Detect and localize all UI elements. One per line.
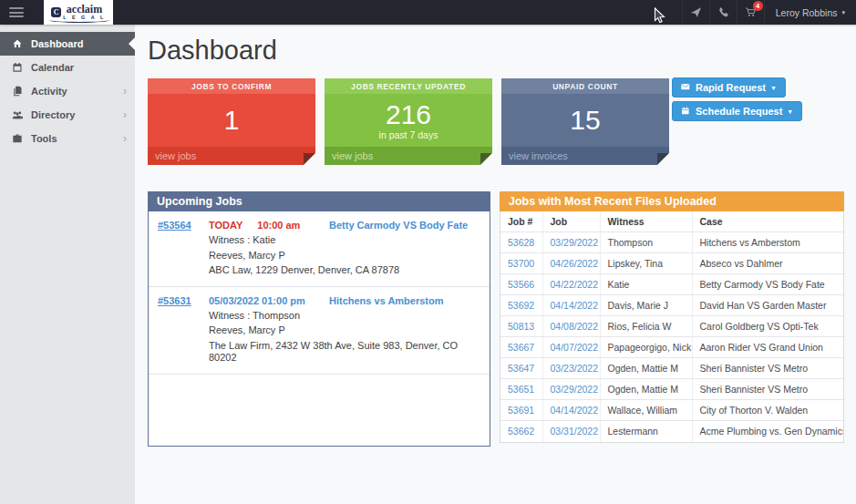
main-content: Dashboard JOBS TO CONFIRM1view jobsJOBS … <box>135 25 856 504</box>
case-cell: Carol Goldberg VS Opti-Tek <box>692 316 843 337</box>
cart-badge: 4 <box>753 1 763 11</box>
case-cell: Betty Carmody VS Body Fate <box>692 274 843 295</box>
job-date-link[interactable]: 04/14/2022 <box>542 400 600 421</box>
job-address: The Law Firm, 2432 W 38th Ave, Suite 983… <box>209 340 480 365</box>
job-number-link[interactable]: 53628 <box>500 232 542 253</box>
schedule-request-button[interactable]: Schedule Request▼ <box>672 101 802 121</box>
sidebar-item-label: Tools <box>31 133 57 144</box>
page-title: Dashboard <box>148 36 277 66</box>
chevron-right-icon: › <box>123 108 127 121</box>
case-cell: Sheri Bannister VS Metro <box>692 358 843 379</box>
rapid-request-button[interactable]: Rapid Request▼ <box>672 77 786 98</box>
column-header: Job # <box>500 211 542 232</box>
table-row: 5356604/22/2022KatieBetty Carmody VS Bod… <box>500 274 843 295</box>
witness-cell: Rios, Felicia W <box>600 316 692 337</box>
stat-card-view-link[interactable]: view jobs <box>148 147 315 165</box>
recent-files-table: Job #JobWitnessCase 5362803/29/2022Thomp… <box>500 211 843 442</box>
hamburger-menu-icon[interactable] <box>9 7 24 17</box>
table-header-row: Job #JobWitnessCase <box>500 211 843 232</box>
job-number-link[interactable]: 53662 <box>500 421 542 442</box>
witness-cell: Lipskey, Tina <box>600 253 692 274</box>
table-row: 5369204/14/2022Davis, Marie JDavid Han V… <box>500 295 843 316</box>
directory-icon <box>12 109 23 120</box>
send-button[interactable] <box>682 0 709 25</box>
job-address: ABC Law, 1229 Denver, Denver, CA 87878 <box>209 264 480 277</box>
job-contact: Reeves, Marcy P <box>209 324 480 337</box>
job-date-link[interactable]: 04/26/2022 <box>542 253 600 274</box>
witness-cell: Davis, Marie J <box>600 295 692 316</box>
job-date-link[interactable]: 04/07/2022 <box>542 337 600 358</box>
recent-files-panel: Jobs with Most Recent Files Uploaded Job… <box>500 191 844 443</box>
user-menu[interactable]: Leroy Robbins ▾ <box>764 0 856 25</box>
case-cell: Abseco vs Dahlmer <box>692 253 843 274</box>
job-date-link[interactable]: 03/31/2022 <box>542 421 600 442</box>
logo-swoosh <box>49 17 109 23</box>
case-cell: Acme Plumbing vs. Gen Dynamics <box>692 421 843 442</box>
sidebar-item-dashboard[interactable]: Dashboard <box>0 32 135 56</box>
job-date-link[interactable]: 03/23/2022 <box>542 358 600 379</box>
case-link[interactable]: Betty Carmody VS Body Fate <box>329 220 468 231</box>
job-date-link[interactable]: 03/29/2022 <box>542 379 600 400</box>
job-date-link[interactable]: 04/14/2022 <box>542 295 600 316</box>
job-date-link[interactable]: 04/22/2022 <box>542 274 600 295</box>
briefcase-icon <box>12 133 23 144</box>
table-row: 5366704/07/2022Papageorgigo, NickAaron R… <box>500 337 843 358</box>
column-header: Witness <box>600 211 692 232</box>
sidebar-item-label: Dashboard <box>31 38 83 49</box>
home-icon <box>12 38 23 49</box>
chevron-right-icon: › <box>123 85 127 98</box>
job-witness: Witness : Thompson <box>209 310 480 323</box>
job-number-link[interactable]: 50813 <box>500 316 542 337</box>
logo-name: acclaim <box>67 5 102 15</box>
sidebar-item-calendar[interactable]: Calendar <box>0 56 135 79</box>
table-row: 5370004/26/2022Lipskey, TinaAbseco vs Da… <box>500 253 843 274</box>
sidebar-item-tools[interactable]: Tools› <box>0 127 135 150</box>
job-number-link[interactable]: 53700 <box>500 253 542 274</box>
stat-card-view-link[interactable]: view jobs <box>325 147 492 165</box>
job-date-link[interactable]: 04/08/2022 <box>542 316 600 337</box>
job-number-link[interactable]: 53566 <box>500 274 542 295</box>
witness-cell: Ogden, Mattie M <box>600 379 692 400</box>
job-number-link[interactable]: 53647 <box>500 358 542 379</box>
case-cell: Sheri Bannister VS Metro <box>692 379 843 400</box>
top-navigation-bar: C acclaim L E G A L 4 <box>0 0 856 25</box>
paper-plane-icon <box>690 6 702 18</box>
job-contact: Reeves, Marcy P <box>209 250 480 262</box>
recent-files-title: Jobs with Most Recent Files Uploaded <box>500 191 844 211</box>
phone-button[interactable] <box>709 0 737 25</box>
stat-card-view-link[interactable]: view invoices <box>501 147 669 165</box>
job-number-link[interactable]: #53564 <box>158 220 209 231</box>
brand-logo[interactable]: C acclaim L E G A L <box>44 0 113 25</box>
stat-card-value: 1 <box>224 107 240 134</box>
sidebar-item-label: Activity <box>31 86 67 97</box>
case-link[interactable]: Hitchens vs Amberstom <box>329 295 444 307</box>
stat-card-value: 15 <box>570 107 600 134</box>
stat-card: JOBS RECENTLY UPDATED216in past 7 daysvi… <box>325 78 492 165</box>
upcoming-job-entry: #5363105/03/2022 01:00 pmHitchens vs Amb… <box>149 287 490 375</box>
job-number-link[interactable]: #53631 <box>158 295 209 307</box>
upcoming-jobs-list: #53564TODAY10:00 amBetty Carmody VS Body… <box>149 211 490 375</box>
envelope-icon <box>681 83 691 93</box>
column-header: Case <box>692 211 843 232</box>
request-actions: Rapid Request▼Schedule Request▼ <box>672 77 802 125</box>
sidebar-item-activity[interactable]: Activity› <box>0 79 135 103</box>
job-number-link[interactable]: 53667 <box>500 337 542 358</box>
cart-button[interactable]: 4 <box>737 0 764 25</box>
stat-card-title: JOBS TO CONFIRM <box>148 78 315 94</box>
job-witness: Witness : Katie <box>209 234 480 247</box>
job-number-link[interactable]: 53651 <box>500 379 542 400</box>
job-number-link[interactable]: 53691 <box>500 400 542 421</box>
job-datetime: TODAY10:00 am <box>209 220 329 231</box>
stat-card-value: 216 <box>386 101 431 129</box>
application-window: C acclaim L E G A L 4 <box>0 0 856 504</box>
chevron-down-icon: ▼ <box>770 85 777 91</box>
sidebar-item-directory[interactable]: Directory› <box>0 103 135 127</box>
stat-card: UNPAID COUNT15view invoices <box>501 78 669 165</box>
witness-cell: Lestermann <box>600 421 692 442</box>
job-number-link[interactable]: 53692 <box>500 295 542 316</box>
job-date-link[interactable]: 03/29/2022 <box>542 232 600 253</box>
chevron-down-icon: ▾ <box>841 9 845 16</box>
witness-cell: Thompson <box>600 232 692 253</box>
case-cell: Aaron Rider VS Grand Union <box>692 337 843 358</box>
witness-cell: Wallace, William <box>600 400 692 421</box>
